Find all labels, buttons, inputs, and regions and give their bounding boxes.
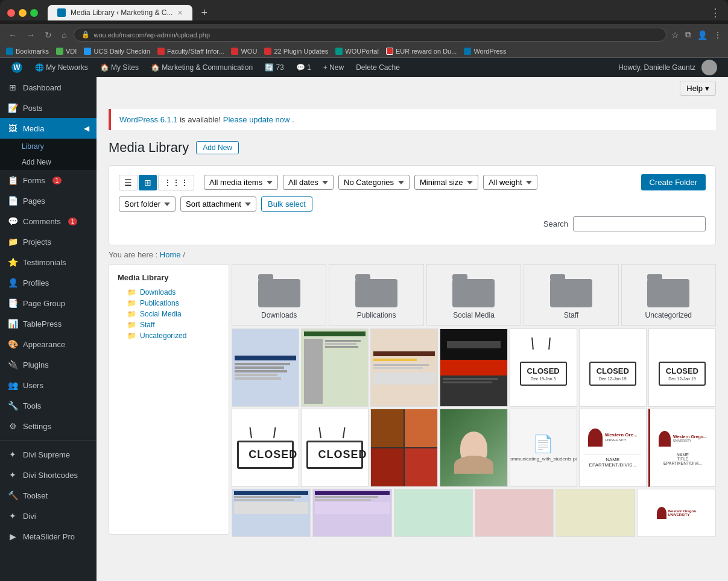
refresh-button[interactable]: ↻ — [42, 29, 54, 41]
folder-card-publications[interactable]: Publications — [329, 264, 423, 326]
thumb-closed-2[interactable]: CLOSED Dec 12-Jan 19 — [579, 328, 647, 407]
folder-view-button[interactable]: ⋮⋮⋮ — [158, 175, 194, 190]
sidebar-item-divi[interactable]: ✦ Divi — [0, 506, 97, 526]
sidebar-item-pages[interactable]: 📄 Pages — [0, 190, 97, 211]
sidebar-item-posts[interactable]: 📝 Posts — [0, 98, 97, 118]
dates-filter[interactable]: All dates — [283, 175, 334, 190]
search-input[interactable] — [573, 216, 706, 231]
thumb-screenshot-1[interactable] — [232, 328, 299, 407]
thumb-row3-3[interactable] — [394, 489, 473, 537]
thumb-row3-4[interactable] — [475, 489, 554, 537]
grid-view-button[interactable]: ⊞ — [139, 175, 157, 190]
wp-version-link[interactable]: WordPress 6.1.1 — [119, 115, 178, 124]
browser-menu-icon[interactable]: ⋮ — [710, 6, 721, 19]
thumb-closed-1[interactable]: CLOSED Dec 19-Jan 3 — [510, 328, 577, 407]
home-button[interactable]: ⌂ — [59, 29, 69, 41]
wp-bar-my-sites[interactable]: 🏠 My Sites — [94, 58, 145, 77]
bookmark-eur[interactable]: EUR reward on Du... — [386, 48, 457, 55]
folder-tree-downloads[interactable]: 📁 Downloads — [118, 287, 220, 298]
new-tab-button[interactable]: + — [197, 7, 211, 19]
folder-card-social-media[interactable]: Social Media — [426, 264, 521, 326]
bookmark-vdi[interactable]: VDI — [56, 48, 77, 55]
browser-settings-icon[interactable]: ⋮ — [714, 30, 722, 40]
thumb-wou-logo-2[interactable]: Western Orego... UNIVERSITY NAME TITLE E… — [648, 409, 716, 487]
bookmark-wouportal[interactable]: WOUPortal — [335, 48, 379, 55]
user-profile-icon[interactable]: 👤 — [697, 30, 707, 40]
thumb-screenshot-3[interactable] — [370, 328, 438, 407]
bookmark-faculty[interactable]: Faculty/Staff Infor... — [157, 48, 224, 55]
thumb-closed-3[interactable]: CLOSED Dec 12-Jan 19 — [648, 328, 716, 407]
thumb-portrait[interactable] — [440, 409, 507, 487]
bookmark-ucs[interactable]: UCS Daily Checkin — [84, 48, 150, 55]
folder-card-downloads[interactable]: Downloads — [232, 264, 326, 326]
categories-filter[interactable]: No Categories — [338, 175, 410, 190]
wp-bar-new[interactable]: + New — [317, 58, 350, 77]
folder-tree-social-media[interactable]: 📁 Social Media — [118, 309, 220, 319]
wp-bar-my-networks[interactable]: 🌐 My Networks — [29, 58, 94, 77]
sidebar-item-appearance[interactable]: 🎨 Appearance — [0, 334, 97, 354]
folder-tree-staff[interactable]: 📁 Staff — [118, 319, 220, 330]
weight-filter[interactable]: All weight — [483, 175, 537, 190]
sidebar-item-forms[interactable]: 📋 Forms 1 — [0, 170, 97, 190]
sidebar-item-dashboard[interactable]: ⊞ Dashboard — [0, 77, 97, 98]
bookmarks-manager[interactable]: Bookmarks — [6, 48, 49, 55]
media-items-filter[interactable]: All media items — [204, 175, 278, 190]
create-folder-button[interactable]: Create Folder — [641, 174, 706, 190]
sidebar-item-library[interactable]: Library — [0, 139, 97, 154]
wp-logo-item[interactable]: W — [5, 58, 29, 77]
home-breadcrumb-link[interactable]: Home — [160, 250, 181, 259]
wp-bar-site-name[interactable]: 🏠 Marketing & Communication — [145, 58, 259, 77]
maximize-dot[interactable] — [30, 9, 38, 17]
bookmark-plugins[interactable]: 22 Plugin Updates — [264, 48, 328, 55]
active-tab[interactable]: Media Library ‹ Marketing & C... ✕ — [48, 5, 192, 20]
wp-bar-updates[interactable]: 🔄 73 — [259, 58, 290, 77]
thumb-pdf[interactable]: 📄 communicating_with_students.pdf — [510, 409, 577, 487]
address-bar[interactable]: 🔒 wou.edu/marcom/wp-admin/upload.php — [74, 28, 666, 42]
update-now-link[interactable]: Please update now — [223, 115, 290, 124]
folder-tree-publications[interactable]: 📁 Publications — [118, 298, 220, 309]
sidebar-item-profiles[interactable]: 👤 Profiles — [0, 272, 97, 293]
bookmark-star-icon[interactable]: ☆ — [671, 30, 679, 40]
thumb-row3-6[interactable]: Western OregonUNIVERSITY — [637, 489, 716, 537]
wp-bar-delete-cache[interactable]: Delete Cache — [350, 58, 406, 77]
thumb-row3-5[interactable] — [555, 489, 635, 537]
sort-folder-select[interactable]: Sort folder — [119, 196, 176, 212]
bookmark-wou[interactable]: WOU — [231, 48, 257, 55]
thumb-screenshot-2[interactable] — [301, 328, 369, 407]
thumb-screenshot-4[interactable] — [440, 328, 507, 407]
close-dot[interactable] — [7, 9, 15, 17]
sidebar-item-add-new[interactable]: Add New — [0, 154, 97, 170]
sidebar-item-media[interactable]: 🖼 Media ◀ — [0, 118, 97, 139]
sidebar-item-divi-shortcodes[interactable]: ✦ Divi Shortcodes — [0, 465, 97, 485]
sidebar-item-projects[interactable]: 📁 Projects — [0, 231, 97, 252]
wp-bar-user[interactable]: Howdy, Danielle Gauntz — [612, 58, 723, 77]
sidebar-item-tools[interactable]: 🔧 Tools — [0, 395, 97, 416]
list-view-button[interactable]: ☰ — [119, 175, 138, 190]
thumb-closed-large-2[interactable]: CLOSED — [301, 409, 369, 487]
sidebar-item-tablepress[interactable]: 📊 TablePress — [0, 313, 97, 334]
bookmark-wordpress[interactable]: WordPress — [464, 48, 506, 55]
help-button[interactable]: Help ▾ — [680, 81, 716, 96]
sidebar-item-testimonials[interactable]: ⭐ Testimonials — [0, 252, 97, 272]
sidebar-item-metaslider[interactable]: ▶ MetaSlider Pro — [0, 526, 97, 547]
add-new-button[interactable]: Add New — [196, 141, 239, 154]
extensions-icon[interactable]: ⧉ — [685, 30, 691, 40]
size-filter[interactable]: Minimal size — [414, 175, 478, 190]
sidebar-item-plugins[interactable]: 🔌 Plugins — [0, 354, 97, 375]
sidebar-item-users[interactable]: 👥 Users — [0, 375, 97, 395]
thumb-row3-1[interactable] — [232, 489, 311, 537]
folder-card-uncategorized[interactable]: Uncategorized — [621, 264, 716, 326]
sidebar-item-divi-supreme[interactable]: ✦ Divi Supreme — [0, 444, 97, 465]
thumb-row3-2[interactable] — [312, 489, 391, 537]
thumb-closed-large-1[interactable]: CLOSED — [232, 409, 299, 487]
folder-card-staff[interactable]: Staff — [524, 264, 618, 326]
folder-tree-uncategorized[interactable]: 📁 Uncategorized — [118, 330, 220, 341]
sidebar-item-comments[interactable]: 💬 Comments 1 — [0, 211, 97, 231]
sidebar-item-toolset[interactable]: 🔨 Toolset — [0, 485, 97, 506]
sidebar-item-settings[interactable]: ⚙ Settings — [0, 416, 97, 436]
thumb-wou-logo-1[interactable]: Western Ore... UNIVERSITY NAME EPARTMENT… — [579, 409, 647, 487]
forward-button[interactable]: → — [24, 29, 37, 41]
tab-close-button[interactable]: ✕ — [177, 9, 183, 17]
sort-attachment-select[interactable]: Sort attachment — [180, 196, 256, 212]
sidebar-item-page-group[interactable]: 📑 Page Group — [0, 293, 97, 313]
